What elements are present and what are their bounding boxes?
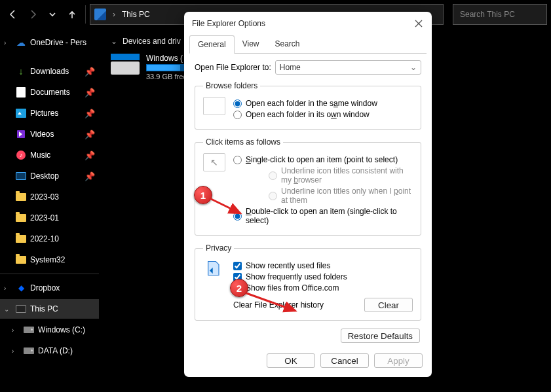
radio-double-click[interactable]: Double-click to open an item (single-cli… [233, 207, 413, 225]
radio-input [269, 192, 277, 200]
tree-label: Videos [30, 130, 54, 139]
click-items-group: Click items as follows ↖ Single-click to… [195, 137, 421, 236]
checkbox-recent-files[interactable]: Show recently used files [233, 261, 413, 270]
radio-same-window[interactable]: Open each folder in the same window [233, 99, 413, 108]
annotation-badge-2: 2 [230, 279, 248, 297]
radio-own-window[interactable]: Open each folder in its own window [233, 110, 413, 119]
annotation-badge-1: 1 [194, 186, 212, 204]
radio-input[interactable] [233, 111, 242, 119]
restore-defaults-button[interactable]: Restore Defaults [341, 329, 420, 343]
tree-label: This PC [30, 304, 58, 313]
pc-icon [94, 9, 106, 20]
close-button[interactable] [411, 16, 427, 31]
tree-label: 2023-01 [30, 213, 59, 223]
tree-item-onedrive[interactable]: › ☁ OneDrive - Pers [0, 33, 99, 52]
group-legend: Privacy [203, 243, 234, 253]
chevron-down-icon[interactable]: ⌄ [111, 37, 117, 46]
folder-icon [16, 192, 26, 202]
tree-label: Music [30, 151, 50, 160]
tree-item-drive[interactable]: › Windows (C:) [0, 320, 99, 340]
drive-name: Windows ( [146, 54, 187, 63]
cloud-icon: ☁ [16, 37, 26, 48]
radio-input[interactable] [233, 156, 242, 164]
apply-button[interactable]: Apply [374, 353, 423, 368]
radio-input [269, 171, 277, 180]
tree-label: Downloads [30, 67, 69, 76]
chevron-right-icon[interactable]: › [12, 327, 20, 334]
tree-item-documents[interactable]: Documents 📌 [0, 82, 99, 102]
tree-label: OneDrive - Pers [30, 38, 86, 47]
tree-label: DATA (D:) [38, 346, 73, 355]
radio-input[interactable] [233, 212, 242, 221]
dropbox-icon: ◆ [16, 283, 26, 293]
checkbox-input[interactable] [233, 262, 242, 270]
drive-icon [24, 346, 34, 356]
tree-label: Windows (C:) [38, 325, 85, 334]
tree-item-dropbox[interactable]: › ◆ Dropbox [0, 278, 99, 298]
section-title: Devices and driv [123, 37, 181, 46]
tree-label: 2022-10 [30, 234, 59, 243]
radio-single-click[interactable]: Single-click to open an item (point to s… [233, 155, 413, 164]
tree-item-videos[interactable]: Videos 📌 [0, 124, 99, 144]
drive-free: 33.9 GB free [146, 73, 187, 80]
nav-tree: › ☁ OneDrive - Pers ↓ Downloads 📌 Docume… [0, 29, 99, 392]
dialog-titlebar[interactable]: File Explorer Options [184, 12, 432, 35]
download-icon: ↓ [16, 66, 26, 77]
clear-history-label: Clear File Explorer history [233, 300, 324, 310]
tree-item-folder[interactable]: 2023-01 [0, 208, 99, 228]
breadcrumb[interactable]: This PC [122, 10, 150, 19]
recent-locations-button[interactable] [43, 5, 62, 24]
pin-icon: 📌 [85, 171, 95, 181]
tree-item-drive[interactable]: › DATA (D:) [0, 341, 99, 361]
up-button[interactable] [63, 5, 81, 24]
tab-general[interactable]: General [189, 35, 235, 54]
pin-icon: 📌 [85, 67, 95, 77]
clear-button[interactable]: Clear [364, 298, 413, 312]
tree-item-downloads[interactable]: ↓ Downloads 📌 [0, 62, 99, 81]
group-legend: Click items as follows [203, 137, 283, 147]
tab-view[interactable]: View [235, 35, 267, 53]
open-to-combobox[interactable]: Home ⌄ [275, 60, 421, 75]
ok-button[interactable]: OK [267, 353, 315, 368]
radio-input[interactable] [233, 99, 242, 108]
tab-search[interactable]: Search [267, 35, 308, 53]
checkbox-office-files[interactable]: Show files from Office.com [233, 283, 413, 293]
group-legend: Browse folders [203, 81, 260, 90]
tree-item-music[interactable]: ♪ Music 📌 [0, 145, 99, 165]
tree-item-folder[interactable]: 2022-10 [0, 229, 99, 249]
chevron-right-icon[interactable]: › [4, 285, 12, 292]
privacy-group: Privacy Show recently used files Show fr… [195, 243, 421, 321]
forward-button[interactable] [24, 5, 42, 24]
search-input[interactable]: Search This PC [453, 4, 547, 25]
pin-icon: 📌 [85, 151, 95, 160]
drive-icon [24, 325, 34, 335]
separator [85, 5, 86, 24]
privacy-icon [203, 259, 225, 277]
folder-icon [16, 213, 26, 223]
back-button[interactable] [4, 5, 22, 24]
tree-item-folder[interactable]: System32 [0, 250, 99, 270]
pin-icon: 📌 [85, 130, 95, 139]
cancel-button[interactable]: Cancel [320, 353, 369, 368]
document-icon [16, 87, 26, 98]
picture-icon [16, 108, 26, 118]
radio-underline-point: Underline icon titles only when I point … [269, 187, 413, 205]
tree-item-folder[interactable]: 2023-03 [0, 187, 99, 207]
pin-icon: 📌 [85, 109, 95, 118]
chevron-down-icon[interactable]: ⌄ [4, 306, 12, 313]
chevron-down-icon: ⌄ [410, 63, 417, 72]
chevron-right-icon[interactable]: › [12, 347, 20, 355]
tree-label: System32 [30, 255, 65, 264]
chevron-right-icon[interactable]: › [4, 39, 12, 46]
tree-item-pictures[interactable]: Pictures 📌 [0, 103, 99, 123]
video-icon [16, 129, 26, 139]
tree-item-this-pc[interactable]: ⌄ This PC [0, 299, 99, 319]
dialog-tabs: General View Search [189, 35, 427, 54]
capacity-bar [146, 64, 187, 71]
crumb-separator-icon [110, 10, 118, 19]
tree-item-desktop[interactable]: Desktop 📌 [0, 166, 99, 186]
checkbox-frequent-folders[interactable]: Show frequently used folders [233, 272, 413, 281]
browse-icon [203, 97, 225, 115]
drive-icon [111, 54, 140, 75]
open-to-label: Open File Explorer to: [195, 63, 271, 72]
